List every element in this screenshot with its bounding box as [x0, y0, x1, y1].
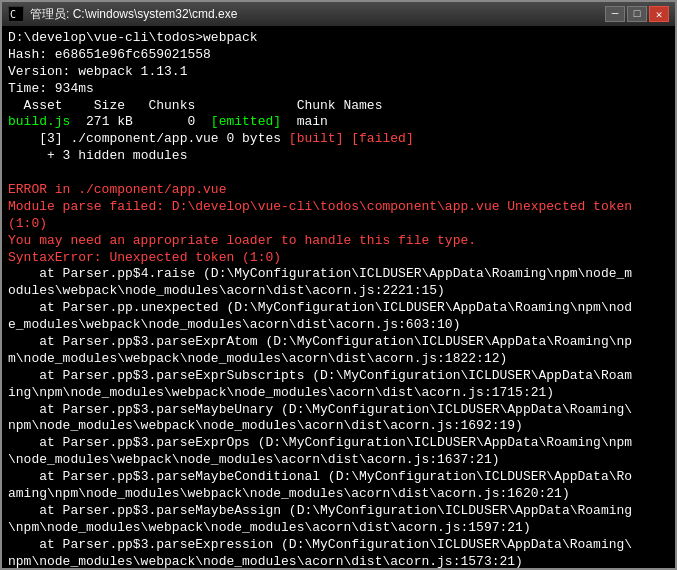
- cmd-icon: C: [8, 6, 24, 22]
- terminal-line: Hash: e68651e96fc659021558: [8, 47, 669, 64]
- terminal-line: [3] ./component/app.vue 0 bytes [built] …: [8, 131, 669, 148]
- terminal-line: ing\npm\node_modules\webpack\node_module…: [8, 385, 669, 402]
- terminal-line: npm\node_modules\webpack\node_modules\ac…: [8, 554, 669, 568]
- terminal-line: Asset Size Chunks Chunk Names: [8, 98, 669, 115]
- terminal-line: \npm\node_modules\webpack\node_modules\a…: [8, 520, 669, 537]
- terminal-line: m\node_modules\webpack\node_modules\acor…: [8, 351, 669, 368]
- terminal-line: at Parser.pp$3.parseExpression (D:\MyCon…: [8, 537, 669, 554]
- titlebar: C 管理员: C:\windows\system32\cmd.exe ─ □ ✕: [2, 2, 675, 26]
- terminal-line: Version: webpack 1.13.1: [8, 64, 669, 81]
- terminal-line: ERROR in ./component/app.vue: [8, 182, 669, 199]
- terminal-line: at Parser.pp$3.parseExprOps (D:\MyConfig…: [8, 435, 669, 452]
- terminal-line: (1:0): [8, 216, 669, 233]
- terminal-line: at Parser.pp$4.raise (D:\MyConfiguration…: [8, 266, 669, 283]
- terminal-line: You may need an appropriate loader to ha…: [8, 233, 669, 250]
- terminal-line: SyntaxError: Unexpected token (1:0): [8, 250, 669, 267]
- svg-text:C: C: [10, 9, 16, 20]
- terminal-line: e_modules\webpack\node_modules\acorn\dis…: [8, 317, 669, 334]
- window-title: 管理员: C:\windows\system32\cmd.exe: [30, 6, 237, 23]
- terminal-line: at Parser.pp$3.parseMaybeAssign (D:\MyCo…: [8, 503, 669, 520]
- terminal-line: D:\develop\vue-cli\todos>webpack: [8, 30, 669, 47]
- terminal-output[interactable]: D:\develop\vue-cli\todos>webpack Hash: e…: [2, 26, 675, 568]
- terminal-line: Time: 934ms: [8, 81, 669, 98]
- cmd-window: C 管理员: C:\windows\system32\cmd.exe ─ □ ✕…: [0, 0, 677, 570]
- terminal-line: aming\npm\node_modules\webpack\node_modu…: [8, 486, 669, 503]
- minimize-button[interactable]: ─: [605, 6, 625, 22]
- terminal-line: at Parser.pp$3.parseExprSubscripts (D:\M…: [8, 368, 669, 385]
- maximize-button[interactable]: □: [627, 6, 647, 22]
- titlebar-buttons: ─ □ ✕: [605, 6, 669, 22]
- terminal-line: at Parser.pp$3.parseMaybeUnary (D:\MyCon…: [8, 402, 669, 419]
- terminal-line: [8, 165, 669, 182]
- terminal-line: build.js 271 kB 0 [emitted] main: [8, 114, 669, 131]
- titlebar-left: C 管理员: C:\windows\system32\cmd.exe: [8, 6, 237, 23]
- terminal-line: at Parser.pp$3.parseExprAtom (D:\MyConfi…: [8, 334, 669, 351]
- terminal-line: \node_modules\webpack\node_modules\acorn…: [8, 452, 669, 469]
- terminal-line: + 3 hidden modules: [8, 148, 669, 165]
- terminal-line: Module parse failed: D:\develop\vue-cli\…: [8, 199, 669, 216]
- terminal-line: at Parser.pp$3.parseMaybeConditional (D:…: [8, 469, 669, 486]
- terminal-line: at Parser.pp.unexpected (D:\MyConfigurat…: [8, 300, 669, 317]
- terminal-line: odules\webpack\node_modules\acorn\dist\a…: [8, 283, 669, 300]
- close-button[interactable]: ✕: [649, 6, 669, 22]
- terminal-line: npm\node_modules\webpack\node_modules\ac…: [8, 418, 669, 435]
